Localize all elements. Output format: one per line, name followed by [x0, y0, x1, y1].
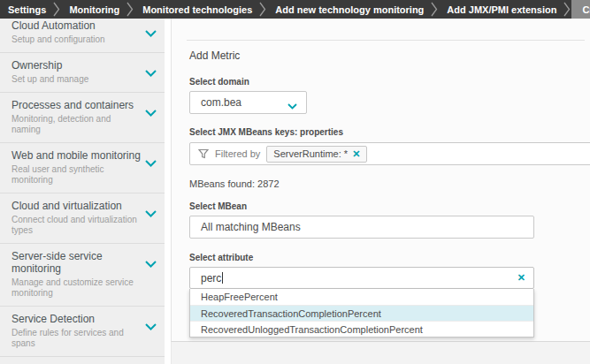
clear-input-icon[interactable]: ✕: [517, 272, 525, 284]
breadcrumb-item[interactable]: Settings: [0, 0, 52, 19]
content: Cloud AutomationSetup and configurationO…: [0, 19, 590, 364]
breadcrumb-item-label: Monitoring: [69, 4, 119, 15]
breadcrumb-chevron-icon: [430, 0, 439, 19]
select-domain-label: Select domain: [189, 77, 590, 87]
select-mbean-label: Select MBean: [189, 201, 590, 212]
chevron-down-icon[interactable]: [145, 155, 157, 171]
chip-remove-icon[interactable]: ✕: [352, 148, 360, 160]
sidebar-item[interactable]: Cloud AutomationSetup and configuration: [0, 19, 165, 53]
chevron-down-icon[interactable]: [145, 255, 157, 271]
breadcrumb-chevron-icon: [258, 0, 267, 19]
sidebar-item-subtitle: Setup and configuration: [11, 34, 142, 45]
breadcrumb-item-label: Create extension: [582, 4, 590, 15]
sidebar-item[interactable]: Web and mobile monitoringReal user and s…: [0, 143, 165, 193]
section-title: Add Metric: [189, 49, 590, 62]
breadcrumb-chevron-icon: [52, 0, 61, 19]
filter-prefix-label: Filtered by: [215, 148, 260, 159]
sidebar-item-title: Cloud Automation: [11, 19, 142, 32]
breadcrumb-item-label: Add JMX/PMI extension: [447, 4, 556, 15]
sidebar-item-subtitle: Manage and customize service monitoring: [11, 277, 142, 299]
filter-chip-label: ServerRuntime: *: [273, 148, 348, 159]
section-divider: [187, 40, 585, 41]
sidebar-item-subtitle: Define rules for services and spans: [11, 328, 142, 349]
text-caret: [222, 272, 223, 284]
chevron-down-icon[interactable]: [145, 25, 157, 41]
chevron-down-icon[interactable]: [145, 64, 157, 80]
filter-chip[interactable]: ServerRuntime: * ✕: [266, 146, 367, 163]
sidebar-item-title: Web and mobile monitoring: [11, 149, 142, 162]
mbeans-keys-filter-input[interactable]: Filtered by ServerRuntime: * ✕: [189, 142, 590, 165]
sidebar-item-title: Service Detection: [11, 313, 142, 325]
mbeans-keys-label: Select JMX MBeans keys: properties: [189, 127, 590, 138]
sidebar-item-subtitle: Monitoring, detection and naming: [11, 114, 142, 135]
breadcrumb: SettingsMonitoringMonitored technologies…: [0, 0, 590, 19]
breadcrumb-item[interactable]: Add JMX/PMI extension: [439, 0, 563, 19]
app-window: SettingsMonitoringMonitored technologies…: [0, 0, 590, 364]
sidebar-item[interactable]: Service DetectionDefine rules for servic…: [0, 307, 165, 357]
breadcrumb-item-label: Add new technology monitoring: [275, 4, 424, 15]
suggestion-item[interactable]: RecoveredTransactionCompletionPercent: [190, 305, 533, 321]
breadcrumb-chevron-icon: [126, 0, 134, 19]
select-attribute-label: Select attribute: [189, 253, 590, 263]
attribute-input-value: perc: [190, 272, 221, 284]
sidebar-item[interactable]: OwnershipSet up and manage: [0, 53, 165, 93]
domain-select[interactable]: com.bea: [189, 91, 307, 114]
sidebar-item[interactable]: Log MonitoringSet up management of logs: [0, 357, 165, 364]
mbean-select[interactable]: All matching MBeans: [189, 216, 534, 239]
sidebar-item[interactable]: Processes and containersMonitoring, dete…: [0, 93, 165, 143]
breadcrumb-item[interactable]: Create extension: [571, 0, 590, 19]
mbean-select-value: All matching MBeans: [190, 221, 301, 233]
page-footer-area: [171, 342, 590, 364]
sidebar-item[interactable]: Server-side service monitoringManage and…: [0, 244, 165, 307]
suggestion-item[interactable]: RecoveredUnloggedTransactionCompletionPe…: [190, 321, 533, 337]
domain-select-value: com.bea: [190, 96, 241, 109]
chevron-down-icon[interactable]: [287, 100, 297, 112]
breadcrumb-item[interactable]: Monitoring: [61, 0, 126, 19]
settings-sidebar: Cloud AutomationSetup and configurationO…: [0, 19, 165, 364]
attribute-suggestion-list: HeapFreePercentRecoveredTransactionCompl…: [189, 289, 534, 337]
sidebar-item[interactable]: Cloud and virtualizationConnect cloud an…: [0, 193, 165, 244]
breadcrumb-chevron-icon: [563, 0, 571, 19]
sidebar-item-subtitle: Set up and manage: [11, 74, 142, 85]
breadcrumb-item-label: Settings: [8, 4, 46, 15]
suggestion-item[interactable]: HeapFreePercent: [190, 289, 533, 305]
add-metric-panel: Add Metric Select domain com.bea Select …: [171, 19, 590, 342]
attribute-search-input[interactable]: perc ✕: [189, 267, 534, 289]
chevron-down-icon[interactable]: [145, 104, 157, 120]
breadcrumb-item[interactable]: Monitored technologies: [134, 0, 258, 19]
sidebar-item-title: Server-side service monitoring: [11, 250, 142, 275]
filter-funnel-icon: [198, 148, 209, 159]
main-wrap: Add Metric Select domain com.bea Select …: [171, 19, 590, 364]
breadcrumb-item[interactable]: Add new technology monitoring: [267, 0, 430, 19]
chevron-down-icon[interactable]: [145, 205, 157, 221]
sidebar-item-title: Processes and containers: [11, 99, 142, 111]
sidebar-item-subtitle: Real user and synthetic monitoring: [11, 164, 142, 186]
sidebar-gap: [165, 19, 171, 364]
sidebar-item-title: Cloud and virtualization: [11, 200, 142, 212]
sidebar-item-subtitle: Connect cloud and virtualization types: [11, 215, 142, 236]
sidebar-item-title: Ownership: [11, 59, 142, 72]
mbeans-found-text: MBeans found: 2872: [189, 178, 590, 190]
chevron-down-icon[interactable]: [145, 318, 157, 334]
breadcrumb-item-label: Monitored technologies: [142, 4, 252, 15]
